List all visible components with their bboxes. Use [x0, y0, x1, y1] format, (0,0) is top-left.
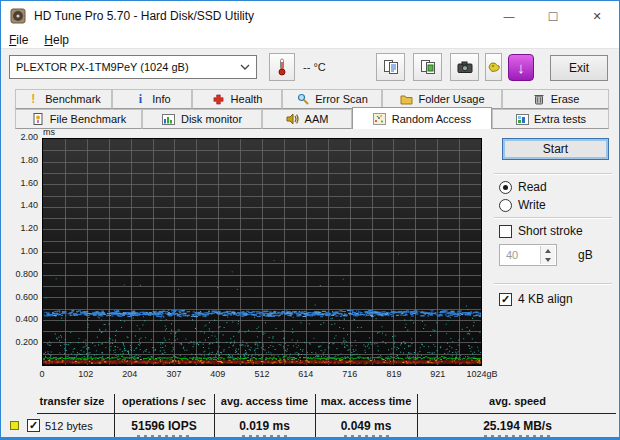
tab-health[interactable]: Health: [192, 89, 282, 109]
tab-folder-usage-label: Folder Usage: [418, 93, 484, 105]
short-stroke-size-value: 40: [506, 249, 518, 261]
device-select-value: PLEXTOR PX-1TM9PeY (1024 gB): [16, 61, 189, 73]
title-bar: HD Tune Pro 5.70 - Hard Disk/SSD Utility…: [1, 1, 619, 31]
col-header-max-access: max. access time: [315, 395, 417, 411]
copy-image-icon: [420, 59, 436, 75]
device-select[interactable]: PLEXTOR PX-1TM9PeY (1024 gB): [9, 55, 257, 79]
spinner-arrows[interactable]: [540, 246, 555, 264]
align-checkbox[interactable]: ✓ 4 KB align: [499, 292, 573, 306]
tab-error-scan-label: Error Scan: [315, 93, 368, 105]
x-tick: 1024gB: [459, 369, 505, 379]
header-underline: [37, 413, 616, 414]
col-header-avg-speed: avg. speed: [417, 395, 618, 411]
start-button[interactable]: Start: [502, 138, 609, 160]
x-tick: 819: [371, 369, 417, 379]
spinner-up-button[interactable]: [541, 246, 555, 255]
arrow-up-icon: [545, 249, 551, 253]
write-radio[interactable]: Write: [499, 198, 546, 212]
minimize-button[interactable]: —: [487, 1, 531, 31]
x-tick: 921: [415, 369, 461, 379]
short-stroke-checkbox[interactable]: ✓ Short stroke: [499, 224, 583, 238]
tab-strip: ! Benchmark i Info Health Error Scan: [11, 89, 611, 129]
x-tick: 512: [239, 369, 285, 379]
operations-value: 51596 IOPS: [114, 419, 214, 435]
toolbar: PLEXTOR PX-1TM9PeY (1024 gB) -- °C: [1, 49, 619, 87]
read-radio[interactable]: Read: [499, 180, 547, 194]
tab-random-access[interactable]: Random Access: [352, 107, 492, 129]
tab-error-scan[interactable]: Error Scan: [282, 89, 382, 109]
row-checkbox-check: ✓: [29, 420, 38, 431]
clipped-text: [484, 435, 554, 438]
tab-extra-tests-label: Extra tests: [534, 113, 586, 125]
tab-erase-label: Erase: [551, 93, 580, 105]
random-access-chart: [42, 138, 482, 366]
tab-file-benchmark[interactable]: File Benchmark: [15, 109, 142, 129]
tab-info[interactable]: i Info: [112, 89, 192, 109]
tab-file-benchmark-label: File Benchmark: [50, 113, 126, 125]
magnifier-icon: [296, 93, 310, 106]
close-icon: ✕: [592, 10, 601, 23]
camera-icon: [457, 60, 473, 74]
tab-erase[interactable]: Erase: [502, 89, 609, 109]
save-screenshot-button[interactable]: [485, 53, 502, 81]
x-tick: 204: [107, 369, 153, 379]
y-tick: 2.00: [2, 132, 38, 142]
avg-speed-value: 25.194 MB/s: [417, 419, 618, 435]
tab-folder-usage[interactable]: Folder Usage: [382, 89, 502, 109]
separator: [494, 217, 612, 219]
tab-disk-monitor-label: Disk monitor: [181, 113, 242, 125]
row-checkbox[interactable]: ✓: [27, 419, 40, 432]
maximize-icon: □: [549, 8, 557, 24]
maximize-button[interactable]: □: [531, 1, 575, 31]
y-tick: 0.400: [2, 314, 38, 324]
x-tick: 716: [327, 369, 373, 379]
x-tick: 614: [283, 369, 329, 379]
screenshot-button[interactable]: [450, 53, 479, 81]
x-tick: 102: [63, 369, 109, 379]
menu-help[interactable]: Help: [36, 33, 77, 47]
align-check: ✓: [501, 294, 510, 305]
col-header-operations: operations / sec: [114, 395, 214, 411]
thermometer-icon: [276, 58, 288, 76]
exit-button[interactable]: Exit: [550, 55, 608, 81]
series-legend-square: [10, 421, 19, 430]
file-benchmark-icon: [31, 113, 45, 126]
x-tick: 409: [195, 369, 241, 379]
tab-extra-tests[interactable]: Extra tests: [492, 109, 609, 129]
y-axis-unit: ms: [43, 127, 55, 137]
tab-aam[interactable]: AAM: [262, 109, 352, 129]
temperature-button[interactable]: [269, 53, 295, 81]
chevron-down-icon: [240, 64, 250, 70]
write-radio-circle: [499, 199, 512, 212]
close-button[interactable]: ✕: [575, 1, 619, 31]
save-screenshot-icon: [487, 60, 501, 74]
results-table: transfer size operations / sec avg. acce…: [2, 393, 618, 438]
short-stroke-unit: gB: [578, 248, 593, 262]
y-tick: 0.200: [2, 337, 38, 347]
app-icon: [10, 8, 26, 24]
transfer-size-value: 512 bytes: [45, 420, 93, 432]
y-tick: 1.40: [2, 200, 38, 210]
folder-icon: [399, 93, 413, 106]
copy-text-button[interactable]: [376, 53, 405, 81]
y-tick: 1.00: [2, 246, 38, 256]
speaker-icon: [286, 113, 300, 126]
tab-disk-monitor[interactable]: Disk monitor: [142, 109, 262, 129]
short-stroke-size-input[interactable]: 40: [499, 244, 557, 266]
menu-file[interactable]: File: [1, 33, 36, 47]
spinner-down-button[interactable]: [541, 255, 555, 264]
tab-benchmark[interactable]: ! Benchmark: [15, 89, 112, 109]
trash-icon: [532, 93, 546, 106]
health-cross-icon: [212, 93, 226, 106]
short-stroke-box: ✓: [499, 225, 512, 238]
update-check-button[interactable]: ↓: [508, 54, 534, 81]
copy-image-button[interactable]: [413, 53, 442, 81]
random-access-page: ms 2.00 1.80 1.60 1.40 1.20 1.00 0.800 0…: [2, 129, 618, 438]
extra-tests-icon: [515, 113, 529, 126]
x-tick: 307: [151, 369, 197, 379]
clipped-text: [137, 435, 192, 438]
x-tick: 0: [19, 369, 65, 379]
avg-access-value: 0.019 ms: [214, 419, 315, 435]
y-tick: 1.20: [2, 223, 38, 233]
max-access-value: 0.049 ms: [315, 419, 417, 435]
